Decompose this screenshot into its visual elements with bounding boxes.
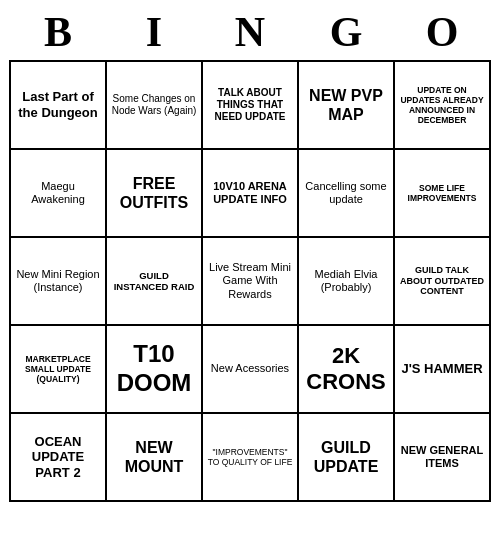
cell-20: OCEAN UPDATE PART 2	[11, 414, 107, 502]
letter-b: B	[10, 8, 106, 56]
bingo-grid: Last Part of the Dungeon Some Changes on…	[9, 60, 491, 502]
cell-9: SOME LIFE IMPROVEMENTS	[395, 150, 491, 238]
cell-5: Maegu Awakening	[11, 150, 107, 238]
cell-18: 2K CRONS	[299, 326, 395, 414]
cell-17: New Acessories	[203, 326, 299, 414]
cell-24: NEW GENERAL ITEMS	[395, 414, 491, 502]
letter-g: G	[298, 8, 394, 56]
cell-0: Last Part of the Dungeon	[11, 62, 107, 150]
letter-i: I	[106, 8, 202, 56]
cell-13: Mediah Elvia (Probably)	[299, 238, 395, 326]
cell-22: "IMPROVEMENTS" TO QUALITY OF LIFE	[203, 414, 299, 502]
cell-16: T10 DOOM	[107, 326, 203, 414]
cell-12: Live Stream Mini Game With Rewards	[203, 238, 299, 326]
cell-19: J'S HAMMER	[395, 326, 491, 414]
cell-3: NEW PVP MAP	[299, 62, 395, 150]
cell-8: Cancelling some update	[299, 150, 395, 238]
cell-14: GUILD TALK ABOUT OUTDATED CONTENT	[395, 238, 491, 326]
cell-1: Some Changes on Node Wars (Again)	[107, 62, 203, 150]
bingo-title: B I N G O	[10, 8, 490, 56]
letter-n: N	[202, 8, 298, 56]
cell-4: UPDATE ON UPDATES ALREADY ANNOUNCED IN D…	[395, 62, 491, 150]
cell-15: MARKETPLACE SMALL UPDATE (QUALITY)	[11, 326, 107, 414]
cell-21: NEW MOUNT	[107, 414, 203, 502]
letter-o: O	[394, 8, 490, 56]
cell-2: TALK ABOUT THINGS THAT NEED UPDATE	[203, 62, 299, 150]
cell-6: FREE OUTFITS	[107, 150, 203, 238]
cell-11: GUILD INSTANCED RAID	[107, 238, 203, 326]
cell-10: New Mini Region (Instance)	[11, 238, 107, 326]
cell-23: GUILD UPDATE	[299, 414, 395, 502]
cell-7: 10V10 ARENA UPDATE INFO	[203, 150, 299, 238]
